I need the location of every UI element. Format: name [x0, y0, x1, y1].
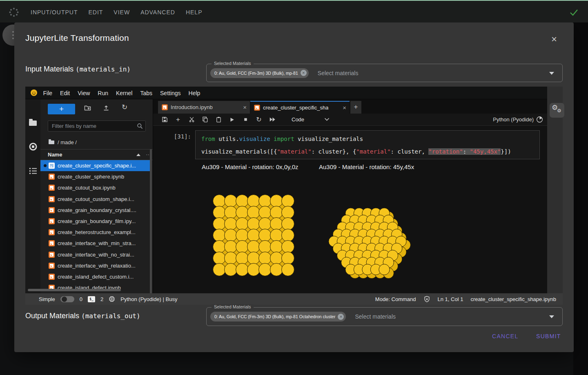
simple-mode-toggle[interactable] — [60, 296, 74, 302]
file-row-create-interface-with-relaxatio[interactable]: create_interface_with_relaxatio... — [40, 260, 151, 271]
kernel-status-text[interactable]: Python (Pyodide) | Busy — [120, 296, 177, 302]
run-all-icon[interactable] — [269, 116, 276, 123]
topbar-menu-advanced[interactable]: ADVANCED — [140, 9, 175, 16]
close-icon[interactable]: × — [548, 34, 560, 45]
jupyter-menubar: FileEditViewRunKernelTabsSettingsHelp — [25, 87, 547, 99]
cut-cell-icon[interactable] — [188, 116, 195, 123]
notebook-content: [31]: from utils.visualize import visual… — [153, 126, 547, 293]
running-kernels-tab-icon[interactable] — [29, 142, 38, 151]
kernel-indicator[interactable]: Python (Pyodide) — [493, 116, 543, 123]
close-tab-icon[interactable]: × — [243, 104, 247, 111]
file-list-header[interactable]: Name ⋯ — [40, 149, 153, 160]
jupyter-menu-settings[interactable]: Settings — [156, 90, 185, 96]
kernels-count[interactable]: 2 — [100, 296, 103, 302]
materials-out-code: (materials_out) — [81, 312, 140, 320]
material-chip[interactable]: 0: Au, Gold, FCC (Fm-3m) 3D (Bulk), mp-8… — [210, 312, 346, 321]
jupyterlite-logo-icon — [30, 89, 38, 96]
jupyter-menu-edit[interactable]: Edit — [56, 90, 74, 96]
upload-icon[interactable] — [103, 105, 109, 111]
file-name: create_cutout_box.ipynb — [58, 185, 116, 191]
notebook-icon — [49, 196, 55, 202]
cursor-position[interactable]: Ln 1, Col 1 — [438, 296, 463, 302]
jupyter-statusbar: Simple 0 $_ 2 Python (Pyodide) | Busy Mo… — [25, 293, 563, 305]
restart-kernel-icon[interactable]: ↻ — [256, 116, 262, 123]
cancel-button[interactable]: CANCEL — [492, 333, 519, 339]
name-column-header[interactable]: Name — [48, 152, 62, 158]
file-row-create-grain-boundary-crystal[interactable]: create_grain_boundary_crystal.... — [40, 205, 151, 216]
square-cluster-image — [213, 195, 294, 276]
breadcrumb-path: / made / — [58, 139, 77, 145]
run-cell-icon[interactable] — [229, 116, 235, 123]
running-dot — [44, 164, 47, 167]
jupyter-menu-kernel[interactable]: Kernel — [112, 90, 136, 96]
cell-type-select[interactable]: Code — [292, 116, 304, 123]
file-row-create-island-defect-custom-i[interactable]: create_island_defect_custom.i... — [40, 271, 151, 282]
file-row-create-interface-with-no-strai[interactable]: create_interface_with_no_strai... — [40, 249, 151, 260]
new-tab-button[interactable]: + — [350, 101, 361, 114]
jupyter-menu-tabs[interactable]: Tabs — [136, 90, 156, 96]
sort-ascending-icon[interactable] — [136, 154, 140, 156]
paste-cell-icon[interactable] — [215, 116, 222, 123]
dropdown-caret-icon[interactable] — [549, 315, 554, 318]
terminals-count[interactable]: 0 — [80, 296, 82, 302]
notebook-icon — [49, 274, 55, 280]
notebook-icon — [254, 105, 260, 110]
table-of-contents-tab-icon[interactable] — [29, 167, 37, 174]
topbar-menu-edit[interactable]: EDIT — [88, 9, 103, 16]
jupyter-menu-view[interactable]: View — [74, 90, 94, 96]
trust-shield-icon — [423, 296, 430, 303]
file-browser-tab-icon[interactable] — [29, 121, 37, 126]
topbar-menu: INPUT/OUTPUTEDITVIEWADVANCEDHELP — [31, 1, 202, 23]
terminal-icon: $_ — [88, 296, 95, 302]
dropdown-caret-icon[interactable] — [549, 72, 554, 75]
stop-kernel-icon[interactable] — [242, 116, 249, 123]
close-tab-icon[interactable]: × — [343, 104, 346, 111]
home-folder-icon[interactable] — [49, 141, 54, 144]
filter-files-input[interactable] — [48, 121, 146, 132]
save-icon[interactable] — [161, 116, 168, 123]
jupyter-menu-run[interactable]: Run — [94, 90, 112, 96]
file-row-create-heterostructure-exampl[interactable]: create_heterostructure_exampl... — [40, 227, 151, 238]
file-row-create-cluster-sphere-ipynb[interactable]: create_cluster_sphere.ipynb — [40, 171, 151, 182]
file-list-horizontal-scrollbar[interactable] — [28, 289, 121, 291]
topbar-menu-view[interactable]: VIEW — [114, 9, 130, 16]
breadcrumb[interactable]: / made / — [49, 139, 77, 145]
file-row-create-interface-with-min-stra[interactable]: create_interface_with_min_stra... — [40, 238, 151, 249]
file-row-create-island-defect-ipynb[interactable]: create_island_defect.ipynb — [40, 282, 151, 293]
topbar-menu-input-output[interactable]: INPUT/OUTPUT — [31, 9, 78, 16]
file-list-vertical-scrollbar[interactable] — [150, 149, 152, 293]
select-materials-placeholder: Select materials — [355, 313, 396, 320]
file-row-create-cutout-box-ipynb[interactable]: create_cutout_box.ipynb — [40, 182, 151, 193]
selected-materials-label: Selected Materials — [212, 61, 254, 66]
select-materials-placeholder: Select materials — [318, 70, 359, 76]
settings-fab[interactable]: ⚙ ⚙ — [550, 103, 564, 118]
notebook-icon — [49, 207, 55, 213]
copy-cell-icon[interactable] — [202, 116, 208, 123]
new-folder-icon[interactable] — [84, 105, 91, 111]
code-cell[interactable]: from utils.visualize import visualize_ma… — [195, 130, 540, 159]
refresh-icon[interactable]: ↻ — [122, 103, 127, 112]
chevron-down-icon[interactable] — [324, 118, 330, 121]
material-chip[interactable]: 0: Au, Gold, FCC (Fm-3m) 3D (Bulk), mp-8… — [210, 68, 309, 78]
chip-remove-icon[interactable]: × — [338, 314, 344, 320]
submit-button[interactable]: SUBMIT — [536, 333, 561, 339]
jupyter-menu-file[interactable]: File — [39, 90, 56, 96]
add-cell-icon[interactable]: + — [175, 116, 181, 123]
new-launcher-button[interactable]: + — [48, 104, 75, 114]
input-materials-select[interactable]: Selected Materials 0: Au, Gold, FCC (Fm-… — [206, 64, 563, 82]
gear-icon: ⚙ — [557, 108, 561, 114]
output-materials-select[interactable]: Selected Materials 0: Au, Gold, FCC (Fm-… — [206, 307, 563, 326]
notebook-icon — [49, 163, 55, 169]
check-icon[interactable] — [568, 7, 579, 18]
notebook-icon — [49, 263, 55, 269]
file-row-create-cutout-custom-shape-i[interactable]: create_cutout_custom_shape.i... — [40, 194, 151, 205]
tab-introduction[interactable]: Introduction.ipynb × — [158, 101, 250, 114]
jupyter-menu-help[interactable]: Help — [185, 90, 204, 96]
tab-create-cluster-specific-shape[interactable]: create_cluster_specific_sha × — [250, 101, 350, 114]
file-row-create-cluster-specific-shape-i[interactable]: create_cluster_specific_shape.i... — [40, 160, 151, 171]
chip-remove-icon[interactable]: × — [301, 70, 307, 76]
topbar-menu-help[interactable]: HELP — [186, 9, 203, 16]
file-row-create-grain-boundary-film-ipy[interactable]: create_grain_boundary_film.ipy... — [40, 216, 151, 227]
command-mode-indicator[interactable]: Mode: Command — [375, 296, 416, 302]
output-materials-heading: Output Materials (materials_out) — [25, 312, 140, 320]
